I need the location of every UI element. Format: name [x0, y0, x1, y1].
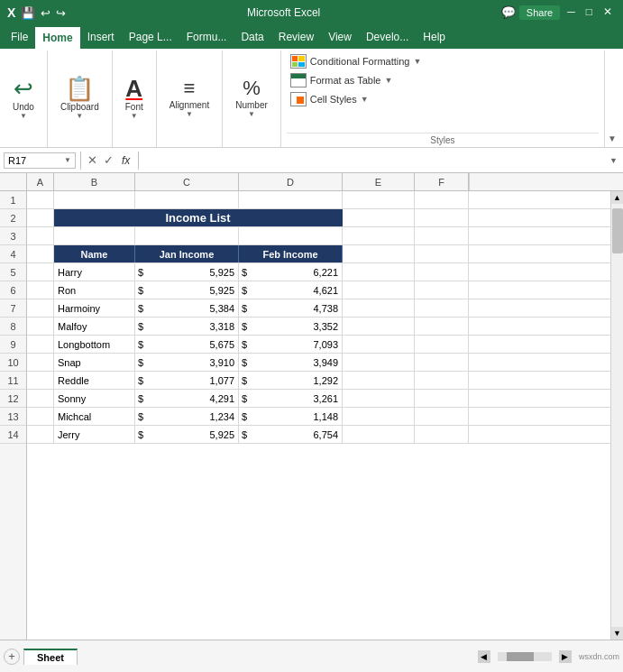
alignment-button[interactable]: ≡ Alignment ▼ — [164, 75, 215, 122]
menu-help[interactable]: Help — [416, 25, 453, 49]
cell-B2-title[interactable]: Income List — [54, 209, 343, 226]
cell-B3[interactable] — [54, 227, 135, 244]
formula-expand-icon[interactable]: ▼ — [608, 156, 619, 165]
cell-D14-dollar[interactable]: $ — [239, 426, 257, 443]
cell-D7-amount[interactable]: 4,738 — [257, 299, 343, 317]
row-header-6[interactable]: 6 — [0, 281, 26, 299]
col-header-C[interactable]: C — [135, 173, 239, 190]
cell-D10-dollar[interactable]: $ — [239, 354, 257, 371]
format-as-table-button[interactable]: Format as Table ▼ — [287, 71, 599, 89]
vertical-scrollbar[interactable]: ▲ ▼ — [610, 191, 623, 640]
cell-F1[interactable] — [415, 191, 469, 208]
cell-D4-header[interactable]: Feb Income — [239, 245, 343, 262]
cell-C8-dollar[interactable]: $ — [135, 318, 153, 335]
cell-C12-dollar[interactable]: $ — [135, 390, 153, 407]
vscroll-up-button[interactable]: ▲ — [611, 191, 624, 204]
row-header-14[interactable]: 14 — [0, 426, 26, 444]
cell-D1[interactable] — [239, 191, 343, 208]
cell-A11[interactable] — [27, 372, 54, 389]
close-button[interactable]: ✕ — [600, 5, 616, 20]
menu-home[interactable]: Home — [35, 25, 79, 49]
col-header-F[interactable]: F — [415, 173, 469, 190]
cell-C7-dollar[interactable]: $ — [135, 299, 153, 317]
col-header-D[interactable]: D — [239, 173, 343, 190]
cell-B13-name[interactable]: Michcal — [54, 408, 135, 425]
cell-D12-dollar[interactable]: $ — [239, 390, 257, 407]
cell-A8[interactable] — [27, 318, 54, 335]
quick-access-save[interactable]: 💾 — [21, 6, 35, 20]
row-header-5[interactable]: 5 — [0, 263, 26, 281]
number-dropdown-icon[interactable]: ▼ — [248, 110, 255, 118]
cell-D12-amount[interactable]: 3,261 — [257, 390, 343, 407]
cell-D9-amount[interactable]: 7,093 — [257, 336, 343, 353]
col-header-A[interactable]: A — [27, 173, 54, 190]
cell-D13-amount[interactable]: 1,148 — [257, 408, 343, 425]
minimize-button[interactable]: ─ — [563, 5, 579, 20]
cell-B4-header[interactable]: Name — [54, 245, 135, 262]
cell-E6[interactable] — [343, 281, 415, 299]
conditional-formatting-dropdown-icon[interactable]: ▼ — [413, 57, 421, 66]
cell-F8[interactable] — [415, 318, 469, 335]
menu-data[interactable]: Data — [234, 25, 270, 49]
cell-F2[interactable] — [415, 209, 469, 226]
cell-styles-dropdown-icon[interactable]: ▼ — [361, 95, 369, 104]
menu-developer[interactable]: Develo... — [359, 25, 416, 49]
cell-A10[interactable] — [27, 354, 54, 371]
undo-dropdown-icon[interactable]: ▼ — [20, 112, 27, 120]
cell-D8-dollar[interactable]: $ — [239, 318, 257, 335]
cell-C13-dollar[interactable]: $ — [135, 408, 153, 425]
row-header-8[interactable]: 8 — [0, 318, 26, 336]
cell-A1[interactable] — [27, 191, 54, 208]
hscroll-left-button[interactable]: ◀ — [478, 650, 490, 663]
row-header-10[interactable]: 10 — [0, 354, 26, 372]
cell-C3[interactable] — [135, 227, 239, 244]
cell-F4[interactable] — [415, 245, 469, 262]
cell-B10-name[interactable]: Snap — [54, 354, 135, 371]
menu-insert[interactable]: Insert — [80, 25, 122, 49]
row-header-13[interactable]: 13 — [0, 408, 26, 426]
cell-A2[interactable] — [27, 209, 54, 226]
cell-C10-amount[interactable]: 3,910 — [153, 354, 239, 371]
row-header-2[interactable]: 2 — [0, 209, 26, 227]
conditional-formatting-button[interactable]: Conditional Formatting ▼ — [287, 52, 599, 70]
cell-B6-name[interactable]: Ron — [54, 281, 135, 299]
cell-C8-amount[interactable]: 3,318 — [153, 318, 239, 335]
cell-C12-amount[interactable]: 4,291 — [153, 390, 239, 407]
maximize-button[interactable]: □ — [582, 5, 596, 20]
quick-access-redo[interactable]: ↪ — [56, 6, 66, 20]
cell-F11[interactable] — [415, 372, 469, 389]
share-button[interactable]: Share — [519, 5, 560, 20]
menu-formulas[interactable]: Formu... — [179, 25, 234, 49]
cell-C14-amount[interactable]: 5,925 — [153, 426, 239, 443]
cell-C14-dollar[interactable]: $ — [135, 426, 153, 443]
menu-file[interactable]: File — [4, 25, 35, 49]
cell-C6-dollar[interactable]: $ — [135, 281, 153, 299]
cell-C6-amount[interactable]: 5,925 — [153, 281, 239, 299]
cell-B1[interactable] — [54, 191, 135, 208]
hscroll-thumb[interactable] — [507, 652, 534, 661]
cell-D5-dollar[interactable]: $ — [239, 263, 257, 281]
row-header-4[interactable]: 4 — [0, 245, 26, 263]
row-header-9[interactable]: 9 — [0, 336, 26, 354]
cell-E8[interactable] — [343, 318, 415, 335]
cell-E2[interactable] — [343, 209, 415, 226]
alignment-dropdown-icon[interactable]: ▼ — [186, 110, 193, 118]
cell-C4-header[interactable]: Jan Income — [135, 245, 239, 262]
cell-D11-amount[interactable]: 1,292 — [257, 372, 343, 389]
cell-C5-dollar[interactable]: $ — [135, 263, 153, 281]
sheet-tab-active[interactable]: Sheet — [23, 649, 78, 665]
ribbon-expand-chevron[interactable]: ▼ — [605, 51, 619, 147]
cell-F13[interactable] — [415, 408, 469, 425]
cell-D8-amount[interactable]: 3,352 — [257, 318, 343, 335]
undo-button[interactable]: ↩ Undo ▼ — [7, 73, 40, 124]
cell-F14[interactable] — [415, 426, 469, 443]
vscroll-track[interactable] — [611, 204, 624, 627]
cell-C5-amount[interactable]: 5,925 — [153, 263, 239, 281]
comments-icon[interactable]: 💬 — [501, 5, 516, 20]
cell-E10[interactable] — [343, 354, 415, 371]
cell-C9-dollar[interactable]: $ — [135, 336, 153, 353]
cell-D10-amount[interactable]: 3,949 — [257, 354, 343, 371]
cell-styles-button[interactable]: Cell Styles ▼ — [287, 90, 599, 108]
cell-D9-dollar[interactable]: $ — [239, 336, 257, 353]
name-box-dropdown-icon[interactable]: ▼ — [64, 156, 71, 164]
